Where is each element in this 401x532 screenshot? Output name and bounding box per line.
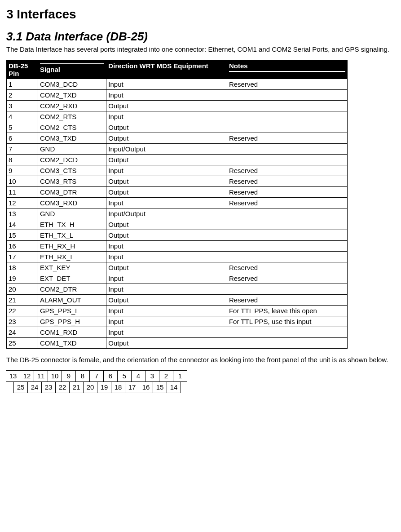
- cell-pin: 15: [7, 230, 38, 240]
- cell-notes: For TTL PPS, leave this open: [227, 305, 347, 316]
- table-row: 13GNDInput/Output: [7, 208, 348, 219]
- cell-signal: GPS_PPS_H: [38, 316, 106, 327]
- cell-notes: [227, 251, 347, 262]
- cell-dir: Output: [106, 230, 227, 240]
- connector-pin: 19: [97, 381, 111, 393]
- cell-dir: Output: [106, 133, 227, 143]
- table-row: 14ETH_TX_HOutput: [7, 219, 348, 230]
- connector-pin: 1: [173, 370, 187, 382]
- cell-pin: 14: [7, 219, 38, 230]
- connector-pin: 20: [83, 381, 97, 393]
- cell-signal: COM1_RXD: [38, 327, 106, 337]
- cell-pin: 25: [7, 337, 38, 348]
- cell-signal: GND: [38, 143, 106, 154]
- cell-pin: 12: [7, 197, 38, 208]
- cell-notes: [227, 100, 347, 111]
- cell-dir: Output: [106, 154, 227, 165]
- table-row: 17ETH_RX_LInput: [7, 251, 348, 262]
- cell-pin: 4: [7, 111, 38, 122]
- cell-notes: Reserved: [227, 79, 347, 89]
- cell-dir: Input: [106, 240, 227, 251]
- section-heading: 3 Interfaces: [6, 7, 395, 22]
- cell-notes: [227, 327, 347, 337]
- cell-pin: 21: [7, 294, 38, 305]
- connector-pin: 25: [13, 381, 28, 393]
- connector-pin: 23: [41, 381, 56, 393]
- connector-row-bottom: 252423222120191817161514: [14, 382, 395, 393]
- th-signal-label: Signal: [40, 66, 60, 73]
- cell-notes: [227, 154, 347, 165]
- cell-pin: 16: [7, 240, 38, 251]
- table-row: 1COM3_DCDInputReserved: [7, 79, 348, 89]
- cell-dir: Input: [106, 197, 227, 208]
- connector-diagram: 13121110987654321 2524232221201918171615…: [6, 371, 395, 393]
- table-row: 12COM3_RXDInputReserved: [7, 197, 348, 208]
- connector-pin: 18: [111, 381, 125, 393]
- table-row: 16ETH_RX_HInput: [7, 240, 348, 251]
- cell-notes: [227, 337, 347, 348]
- cell-dir: Input: [106, 284, 227, 294]
- cell-signal: COM3_TXD: [38, 133, 106, 143]
- cell-dir: Input: [106, 251, 227, 262]
- cell-signal: COM3_CTS: [38, 165, 106, 176]
- cell-dir: Input: [106, 165, 227, 176]
- th-pin: DB-25 Pin: [7, 60, 38, 79]
- cell-signal: COM3_RTS: [38, 176, 106, 186]
- cell-dir: Output: [106, 122, 227, 133]
- connector-row-top: 13121110987654321: [6, 371, 395, 382]
- cell-signal: EXT_KEY: [38, 262, 106, 273]
- cell-dir: Output: [106, 186, 227, 197]
- connector-pin: 4: [131, 370, 145, 382]
- cell-notes: Reserved: [227, 186, 347, 197]
- cell-notes: Reserved: [227, 133, 347, 143]
- cell-pin: 23: [7, 316, 38, 327]
- connector-pin: 16: [139, 381, 153, 393]
- connector-pin: 6: [103, 370, 118, 382]
- cell-dir: Output: [106, 262, 227, 273]
- subsection-heading: 3.1 Data Interface (DB-25): [6, 30, 395, 44]
- cell-dir: Input: [106, 111, 227, 122]
- table-row: 5COM2_CTSOutput: [7, 122, 348, 133]
- cell-dir: Input: [106, 305, 227, 316]
- cell-pin: 6: [7, 133, 38, 143]
- th-notes: Notes: [227, 60, 347, 79]
- th-signal: Signal: [38, 60, 106, 79]
- cell-notes: Reserved: [227, 165, 347, 176]
- connector-pin: 12: [20, 370, 34, 382]
- table-row: 2COM2_TXDInput: [7, 89, 348, 100]
- cell-signal: EXT_DET: [38, 273, 106, 284]
- cell-signal: GND: [38, 208, 106, 219]
- table-row: 18EXT_KEYOutputReserved: [7, 262, 348, 273]
- cell-signal: GPS_PPS_L: [38, 305, 106, 316]
- cell-dir: Input/Output: [106, 208, 227, 219]
- cell-dir: Output: [106, 337, 227, 348]
- cell-dir: Input: [106, 316, 227, 327]
- connector-pin: 7: [89, 370, 104, 382]
- post-paragraph: The DB-25 connector is female, and the o…: [6, 356, 395, 364]
- table-row: 10COM3_RTSOutputReserved: [7, 176, 348, 186]
- table-row: 7GNDInput/Output: [7, 143, 348, 154]
- connector-pin: 22: [55, 381, 70, 393]
- cell-dir: Output: [106, 219, 227, 230]
- cell-pin: 1: [7, 79, 38, 89]
- cell-pin: 8: [7, 154, 38, 165]
- cell-notes: For TTL PPS, use this input: [227, 316, 347, 327]
- cell-notes: [227, 284, 347, 294]
- cell-dir: Input/Output: [106, 143, 227, 154]
- cell-notes: [227, 122, 347, 133]
- cell-signal: ALARM_OUT: [38, 294, 106, 305]
- cell-signal: ETH_RX_L: [38, 251, 106, 262]
- connector-pin: 21: [69, 381, 84, 393]
- connector-pin: 8: [75, 370, 90, 382]
- cell-signal: COM2_RXD: [38, 100, 106, 111]
- table-row: 23GPS_PPS_HInputFor TTL PPS, use this in…: [7, 316, 348, 327]
- table-row: 25COM1_TXDOutput: [7, 337, 348, 348]
- cell-notes: Reserved: [227, 262, 347, 273]
- table-row: 19EXT_DETInputReserved: [7, 273, 348, 284]
- cell-pin: 18: [7, 262, 38, 273]
- cell-signal: COM2_CTS: [38, 122, 106, 133]
- cell-signal: COM2_DCD: [38, 154, 106, 165]
- cell-dir: Output: [106, 176, 227, 186]
- connector-pin: 9: [62, 370, 76, 382]
- table-row: 24COM1_RXDInput: [7, 327, 348, 337]
